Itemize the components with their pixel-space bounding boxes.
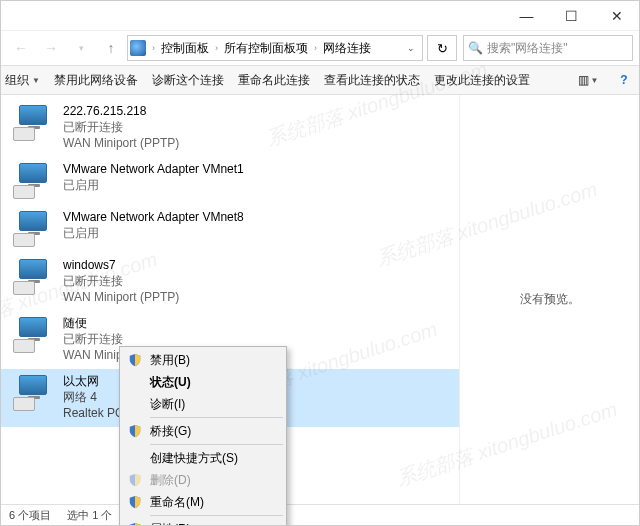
selected-count: 选中 1 个 bbox=[67, 508, 112, 523]
menu-separator bbox=[150, 515, 283, 516]
ctx-shortcut[interactable]: 创建快捷方式(S) bbox=[122, 447, 284, 469]
recent-dropdown[interactable]: ▾ bbox=[67, 35, 95, 61]
ctx-status[interactable]: 状态(U) bbox=[122, 371, 284, 393]
breadcrumb[interactable]: › 控制面板 › 所有控制面板项 › 网络连接 ⌄ bbox=[127, 35, 423, 61]
item-count: 6 个项目 bbox=[9, 508, 51, 523]
connection-name: VMware Network Adapter VMnet1 bbox=[63, 161, 244, 177]
shield-icon bbox=[128, 473, 142, 487]
control-panel-icon bbox=[130, 40, 146, 56]
connection-item[interactable]: VMware Network Adapter VMnet8 已启用 bbox=[1, 205, 459, 253]
connection-item[interactable]: VMware Network Adapter VMnet1 已启用 bbox=[1, 157, 459, 205]
connection-name: 随便 bbox=[63, 315, 179, 331]
connection-item[interactable]: windows7 已断开连接 WAN Miniport (PPTP) bbox=[1, 253, 459, 311]
ctx-rename[interactable]: 重命名(M) bbox=[122, 491, 284, 513]
minimize-button[interactable]: — bbox=[504, 1, 549, 31]
network-adapter-icon bbox=[13, 257, 53, 295]
back-button[interactable]: ← bbox=[7, 35, 35, 61]
connection-name: windows7 bbox=[63, 257, 179, 273]
network-adapter-icon bbox=[13, 103, 53, 141]
chevron-right-icon: › bbox=[312, 43, 319, 53]
shield-icon bbox=[128, 424, 142, 438]
change-settings-button[interactable]: 更改此连接的设置 bbox=[434, 72, 530, 89]
search-input[interactable]: 🔍 搜索"网络连接" bbox=[463, 35, 633, 61]
forward-button[interactable]: → bbox=[37, 35, 65, 61]
connection-status: 已启用 bbox=[63, 225, 244, 241]
network-adapter-icon bbox=[13, 373, 53, 411]
up-button[interactable]: ↑ bbox=[97, 35, 125, 61]
help-button[interactable]: ? bbox=[613, 69, 635, 91]
menu-separator bbox=[150, 417, 283, 418]
connection-status: 网络 4 bbox=[63, 389, 127, 405]
search-icon: 🔍 bbox=[468, 41, 483, 55]
breadcrumb-dropdown[interactable]: ⌄ bbox=[402, 43, 420, 53]
refresh-button[interactable]: ↻ bbox=[427, 35, 457, 61]
connection-status: 已断开连接 bbox=[63, 331, 179, 347]
chevron-right-icon: › bbox=[150, 43, 157, 53]
shield-icon bbox=[128, 495, 142, 509]
connection-item[interactable]: 222.76.215.218 已断开连接 WAN Miniport (PPTP) bbox=[1, 99, 459, 157]
connection-name: 222.76.215.218 bbox=[63, 103, 179, 119]
breadcrumb-item[interactable]: 控制面板 bbox=[157, 40, 213, 57]
ctx-disable[interactable]: 禁用(B) bbox=[122, 349, 284, 371]
network-adapter-icon bbox=[13, 209, 53, 247]
context-menu: 禁用(B) 状态(U) 诊断(I) 桥接(G) 创建快捷方式(S) 删除(D) … bbox=[119, 346, 287, 526]
connection-name: VMware Network Adapter VMnet8 bbox=[63, 209, 244, 225]
connection-name: 以太网 bbox=[63, 373, 127, 389]
shield-icon bbox=[128, 353, 142, 367]
connection-device: WAN Miniport (PPTP) bbox=[63, 135, 179, 151]
connection-status: 已启用 bbox=[63, 177, 244, 193]
connection-device: Realtek PCI bbox=[63, 405, 127, 421]
breadcrumb-item[interactable]: 所有控制面板项 bbox=[220, 40, 312, 57]
address-bar: ← → ▾ ↑ › 控制面板 › 所有控制面板项 › 网络连接 ⌄ ↻ 🔍 搜索… bbox=[1, 31, 639, 65]
status-bar: 6 个项目 选中 1 个 bbox=[1, 504, 639, 526]
main-area: 222.76.215.218 已断开连接 WAN Miniport (PPTP)… bbox=[1, 95, 639, 504]
breadcrumb-item[interactable]: 网络连接 bbox=[319, 40, 375, 57]
preview-text: 没有预览。 bbox=[520, 291, 580, 308]
network-adapter-icon bbox=[13, 315, 53, 353]
view-options-button[interactable]: ▥▼ bbox=[577, 69, 599, 91]
preview-pane: 没有预览。 bbox=[459, 95, 639, 504]
command-bar: 组织▼ 禁用此网络设备 诊断这个连接 重命名此连接 查看此连接的状态 更改此连接… bbox=[1, 65, 639, 95]
ctx-bridge[interactable]: 桥接(G) bbox=[122, 420, 284, 442]
disable-device-button[interactable]: 禁用此网络设备 bbox=[54, 72, 138, 89]
close-button[interactable]: ✕ bbox=[594, 1, 639, 31]
window-titlebar: — ☐ ✕ bbox=[1, 1, 639, 31]
maximize-button[interactable]: ☐ bbox=[549, 1, 594, 31]
organize-menu[interactable]: 组织▼ bbox=[5, 72, 40, 89]
network-adapter-icon bbox=[13, 161, 53, 199]
search-placeholder: 搜索"网络连接" bbox=[487, 40, 568, 57]
connection-status: 已断开连接 bbox=[63, 119, 179, 135]
menu-separator bbox=[150, 444, 283, 445]
ctx-diagnose[interactable]: 诊断(I) bbox=[122, 393, 284, 415]
view-status-button[interactable]: 查看此连接的状态 bbox=[324, 72, 420, 89]
connection-device: WAN Miniport (PPTP) bbox=[63, 289, 179, 305]
ctx-delete: 删除(D) bbox=[122, 469, 284, 491]
chevron-right-icon: › bbox=[213, 43, 220, 53]
ctx-properties[interactable]: 属性(R) bbox=[122, 518, 284, 526]
rename-button[interactable]: 重命名此连接 bbox=[238, 72, 310, 89]
diagnose-button[interactable]: 诊断这个连接 bbox=[152, 72, 224, 89]
connection-status: 已断开连接 bbox=[63, 273, 179, 289]
